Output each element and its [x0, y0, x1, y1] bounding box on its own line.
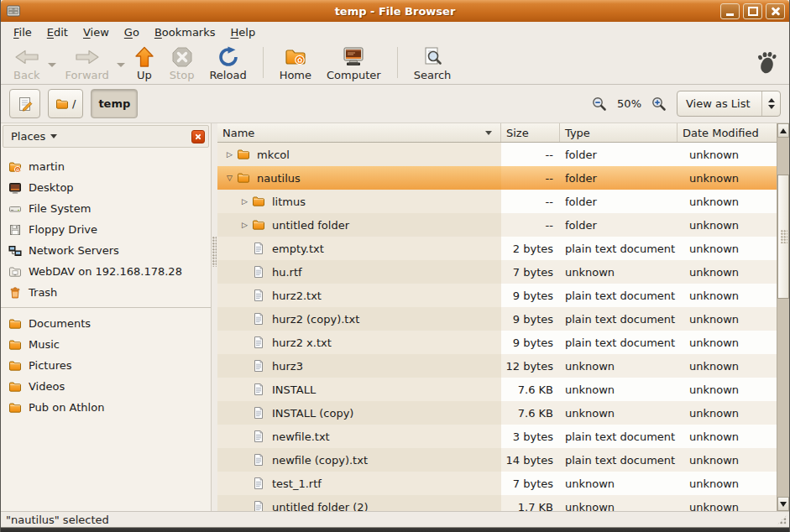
- cell-date-modified: unknown: [678, 472, 777, 495]
- file-name: mkcol: [257, 149, 290, 161]
- view-mode-select[interactable]: View as List: [677, 91, 781, 117]
- menu-go[interactable]: Go: [117, 23, 147, 41]
- expander-expanded-icon[interactable]: ▽: [222, 174, 237, 182]
- expander-collapsed-icon[interactable]: ▷: [238, 221, 252, 229]
- forward-button[interactable]: Forward: [58, 43, 117, 82]
- expander-collapsed-icon[interactable]: ▷: [238, 197, 252, 206]
- up-button[interactable]: Up: [127, 43, 162, 82]
- network-icon: [8, 244, 22, 258]
- titlebar[interactable]: temp - File Browser: [1, 0, 789, 22]
- path-root-label: /: [72, 97, 76, 110]
- path-root-button[interactable]: /: [48, 89, 83, 118]
- reload-button[interactable]: Reload: [201, 43, 254, 82]
- file-name: litmus: [272, 196, 306, 208]
- table-row[interactable]: newfile.txt3 bytesplain text documentunk…: [217, 425, 777, 448]
- pane-splitter[interactable]: [212, 123, 217, 511]
- table-row[interactable]: hurz312 bytesunknownunknown: [217, 354, 777, 378]
- table-row[interactable]: ▷untitled folder--folderunknown: [217, 213, 777, 237]
- webdav-icon: [8, 265, 22, 279]
- path-current-button[interactable]: temp: [91, 89, 138, 118]
- home-button[interactable]: Home: [272, 43, 319, 82]
- sidebar-item-label: Trash: [29, 286, 57, 299]
- expander-collapsed-icon[interactable]: ▷: [222, 150, 237, 159]
- zoom-out-icon[interactable]: [592, 96, 607, 112]
- table-row[interactable]: hu.rtf7 bytesunknownunknown: [217, 260, 777, 284]
- table-row[interactable]: INSTALL (copy)7.6 KBunknownunknown: [217, 401, 777, 425]
- forward-dropdown-icon[interactable]: [117, 63, 125, 67]
- column-header-date-modified[interactable]: Date Modified: [678, 123, 777, 142]
- column-header-name[interactable]: Name: [217, 123, 501, 142]
- minimize-button[interactable]: [720, 3, 740, 19]
- edit-location-button[interactable]: [9, 89, 40, 118]
- scrollbar-trough[interactable]: [777, 138, 789, 497]
- sidebar-item-pictures[interactable]: Pictures: [1, 355, 211, 376]
- cell-type: folder: [560, 166, 678, 190]
- sidebar-item-music[interactable]: Music: [1, 334, 211, 355]
- menu-bookmarks[interactable]: Bookmarks: [147, 23, 223, 41]
- maximize-button[interactable]: [743, 3, 762, 19]
- table-row[interactable]: newfile (copy).txt14 bytesplain text doc…: [217, 448, 777, 472]
- folder-icon: [8, 380, 22, 394]
- sidebar-header[interactable]: Places: [3, 125, 209, 148]
- table-row[interactable]: ▽nautilus--folderunknown: [217, 166, 777, 190]
- search-label: Search: [414, 69, 452, 81]
- back-dropdown-icon[interactable]: [48, 63, 56, 67]
- sidebar-item-trash[interactable]: Trash: [1, 282, 211, 303]
- table-row[interactable]: ▷mkcol--folderunknown: [217, 143, 777, 166]
- column-header-type[interactable]: Type: [560, 123, 678, 142]
- sidebar-close-button[interactable]: [191, 130, 205, 143]
- sidebar-item-documents[interactable]: Documents: [1, 313, 211, 334]
- cell-name: untitled folder (2): [217, 495, 501, 511]
- sidebar-item-martin[interactable]: martin: [1, 156, 211, 177]
- scroll-down-button[interactable]: [777, 497, 789, 511]
- cell-size: 12 bytes: [501, 354, 560, 378]
- sidebar-item-label: Desktop: [29, 181, 74, 194]
- resize-grip[interactable]: [777, 514, 787, 525]
- menu-edit[interactable]: Edit: [39, 23, 76, 41]
- back-button[interactable]: Back: [6, 43, 48, 82]
- drive-icon: [8, 202, 22, 216]
- sidebar-item-pub-on-athlon[interactable]: Pub on Athlon: [1, 397, 211, 418]
- column-header-size[interactable]: Size: [501, 123, 560, 142]
- table-row[interactable]: empty.txt2 bytesplain text documentunkno…: [217, 237, 777, 260]
- scrollbar-thumb[interactable]: [777, 175, 789, 299]
- sidebar-item-webdav-on-192-168-178-28[interactable]: WebDAV on 192.168.178.28: [1, 261, 211, 282]
- sidebar-title: Places: [11, 130, 45, 143]
- location-bar: / temp 50% View as List: [1, 85, 789, 123]
- table-row[interactable]: hurz2 x.txt9 bytesplain text documentunk…: [217, 331, 777, 354]
- file-name: INSTALL: [272, 383, 316, 396]
- stop-button[interactable]: Stop: [162, 43, 202, 82]
- cell-name: test_1.rtf: [217, 472, 501, 495]
- up-icon: [134, 45, 154, 68]
- table-row[interactable]: hurz2 (copy).txt9 bytesplain text docume…: [217, 307, 777, 331]
- menu-file[interactable]: File: [6, 23, 39, 41]
- table-row[interactable]: test_1.rtf7 bytesunknownunknown: [217, 472, 777, 495]
- sidebar-item-videos[interactable]: Videos: [1, 376, 211, 397]
- table-row[interactable]: ▷litmus--folderunknown: [217, 190, 777, 213]
- cell-date-modified: unknown: [678, 213, 777, 237]
- menu-view[interactable]: View: [76, 23, 117, 41]
- home-icon: [285, 45, 306, 68]
- table-row[interactable]: hurz2.txt9 bytesplain text documentunkno…: [217, 284, 777, 307]
- folder-icon: [237, 148, 250, 161]
- search-button[interactable]: Search: [406, 43, 459, 82]
- sidebar-item-file-system[interactable]: File System: [1, 198, 211, 219]
- file-name: hurz2.txt: [272, 289, 322, 302]
- close-button[interactable]: [766, 3, 785, 19]
- computer-button[interactable]: Computer: [319, 43, 389, 82]
- sidebar-item-network-servers[interactable]: Network Servers: [1, 240, 211, 261]
- table-row[interactable]: untitled folder (2)1.7 KBunknownunknown: [217, 495, 777, 511]
- computer-icon: [342, 45, 365, 68]
- sidebar-item-desktop[interactable]: Desktop: [1, 177, 211, 198]
- view-mode-spinner[interactable]: [761, 91, 780, 116]
- sidebar-item-floppy-drive[interactable]: Floppy Drive: [1, 219, 211, 240]
- cell-type: folder: [560, 143, 678, 166]
- zoom-in-icon[interactable]: [651, 96, 667, 112]
- cell-date-modified: unknown: [678, 237, 777, 260]
- scroll-up-button[interactable]: [777, 123, 789, 138]
- vertical-scrollbar[interactable]: [777, 123, 789, 511]
- spin-down-icon: [768, 105, 775, 109]
- table-row[interactable]: INSTALL7.6 KBunknownunknown: [217, 378, 777, 401]
- menu-help[interactable]: Help: [223, 23, 264, 41]
- file-name: hurz2 (copy).txt: [272, 313, 359, 326]
